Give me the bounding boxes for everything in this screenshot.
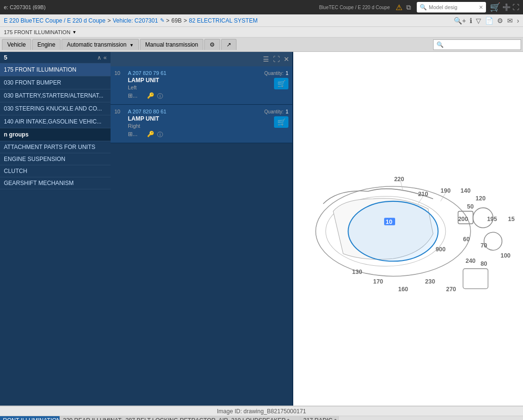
sidebar-group-gearshift[interactable]: GEARSHIFT MECHANISM <box>0 177 111 189</box>
tab-vehicle[interactable]: Vehicle <box>2 39 31 50</box>
breadcrumb-edit-icon[interactable]: ✎ <box>160 17 164 24</box>
key-icon-1[interactable]: 🔑 <box>147 92 154 100</box>
parts-search-input[interactable] <box>114 56 258 62</box>
svg-text:100: 100 <box>500 252 511 259</box>
parts-list-view-btn[interactable]: ☰ <box>262 54 270 64</box>
svg-text:10: 10 <box>386 219 392 225</box>
parts-content: 10 A 207 820 79 61 LAMP UNIT Left ⊞... 🔑… <box>111 66 292 406</box>
thumbnail-3[interactable]: 287 BELT LOCKING RETRACTOR, AIRBAG AND S… <box>123 416 228 420</box>
svg-text:80: 80 <box>481 260 487 267</box>
part-pos-2: 10 <box>114 109 124 114</box>
part-code-2: A 207 820 80 61 <box>128 109 261 114</box>
thumbnail-2[interactable]: 220 REAR ILLUMINATION ✎ <box>60 416 123 420</box>
grid-icon-1[interactable]: ⊞... <box>128 92 137 100</box>
warning-icon[interactable]: ⚠ <box>396 3 402 12</box>
breadcrumb-toolbar: 🔍+ ℹ ▽ 📄 ⚙ ✉ › <box>454 17 519 25</box>
breadcrumb-link-1[interactable]: E 220 BlueTEC Coupe / E 220 d Coupe <box>4 17 105 24</box>
sidebar-group-engine-suspension[interactable]: ENGINE SUSPENSION <box>0 153 111 165</box>
sidebar-header-icons: ∧ « <box>97 54 107 61</box>
search-icon: 🔍 <box>420 4 427 11</box>
parts-expand-btn[interactable]: ⛶ <box>272 54 281 64</box>
thumbnail-1[interactable]: RONT ILLUMINATION ✎ <box>0 416 60 420</box>
parts-close-btn[interactable]: ✕ <box>283 54 290 64</box>
sidebar-item-front-illumination[interactable]: 175 FRONT ILLUMINATION <box>0 63 111 76</box>
cart-icon[interactable]: 🛒 <box>490 2 500 12</box>
add-to-cart-btn-1[interactable]: 🛒 <box>274 78 288 89</box>
svg-text:130: 130 <box>352 269 362 275</box>
model-search-input[interactable] <box>429 4 477 10</box>
main-container: 5 ∧ « 175 FRONT ILLUMINATION 030 FRONT B… <box>0 52 523 406</box>
settings-icon[interactable]: ⚙ <box>497 17 503 25</box>
tab-automatic-transmission[interactable]: Automatic transmission ▼ <box>62 39 139 50</box>
breadcrumb-link-4[interactable]: 82 ELECTRICAL SYSTEM <box>189 17 258 24</box>
part-item-2[interactable]: 10 A 207 820 80 61 LAMP UNIT Right ⊞... … <box>111 105 292 143</box>
add-to-cart-btn-2[interactable]: 🛒 <box>274 116 288 128</box>
sidebar-collapse-icon[interactable]: ∧ <box>97 54 101 61</box>
grid-icon-2[interactable]: ⊞... <box>128 131 137 139</box>
part-pos-1: 10 <box>114 70 124 76</box>
svg-text:195: 195 <box>487 216 497 222</box>
parts-list: ☰ ⛶ ✕ 10 A 207 820 79 61 LAMP UNIT Left … <box>111 52 293 406</box>
sidebar-item-steering[interactable]: 030 STEERING KNUCKLE AND CO... <box>0 102 111 115</box>
breadcrumb: E 220 BlueTEC Coupe / E 220 d Coupe > Ve… <box>4 17 258 24</box>
tab-search[interactable]: 🔍 <box>433 39 521 50</box>
part-item-1[interactable]: 10 A 207 820 79 61 LAMP UNIT Left ⊞... 🔑… <box>111 66 292 105</box>
document-icon[interactable]: 📄 <box>485 17 493 25</box>
header-search[interactable]: 🔍 ✕ <box>417 2 486 12</box>
zoom-in-icon[interactable]: 🔍+ <box>454 17 466 25</box>
svg-text:230: 230 <box>425 278 435 285</box>
image-id-value: drawing_B82175000171 <box>244 408 306 415</box>
sidebar-group-clutch[interactable]: CLUTCH <box>0 165 111 177</box>
part-details-1: A 207 820 79 61 LAMP UNIT Left ⊞... 🔑 ⓘ <box>128 70 261 100</box>
image-id-label: Image ID: <box>217 408 243 415</box>
svg-text:210: 210 <box>418 191 428 198</box>
part-details-2: A 207 820 80 61 LAMP UNIT Right ⊞... 🔑 ⓘ <box>128 109 261 139</box>
svg-text:170: 170 <box>373 278 383 285</box>
section-dropdown-icon[interactable]: ▼ <box>72 30 76 35</box>
part-icons-row-1: ⊞... 🔑 ⓘ <box>128 92 261 100</box>
sidebar-item-air-intake[interactable]: 140 AIR INTAKE,GASOLINE VEHIC... <box>0 115 111 128</box>
sidebar-number: 5 <box>4 54 7 61</box>
image-id-bar: Image ID: drawing_B82175000171 <box>0 407 523 416</box>
svg-text:190: 190 <box>441 187 451 194</box>
thumbnail-label-5: 317 RADIC ✎ <box>300 416 338 420</box>
svg-text:70: 70 <box>481 242 487 249</box>
breadcrumb-item-3: 69B <box>172 17 182 24</box>
thumbnail-edit-icon-5[interactable]: ✎ <box>334 418 338 420</box>
tab-settings[interactable]: ⚙ <box>204 39 220 50</box>
breadcrumb-bar: E 220 BlueTEC Coupe / E 220 d Coupe > Ve… <box>0 14 523 27</box>
info-icon[interactable]: ℹ <box>470 17 472 25</box>
mail-icon[interactable]: ✉ <box>507 17 513 25</box>
tab-engine[interactable]: Engine <box>32 39 61 50</box>
info-circle-icon-1[interactable]: ⓘ <box>157 92 163 100</box>
thumbnail-5[interactable]: 317 RADIC ✎ <box>300 416 339 420</box>
search-clear-icon[interactable]: ✕ <box>479 4 483 11</box>
svg-text:270: 270 <box>446 286 456 293</box>
breadcrumb-link-2[interactable]: Vehicle: C207301 <box>113 17 158 24</box>
svg-point-7 <box>348 201 438 261</box>
part-desc-2: Right <box>128 123 261 129</box>
thumbnail-edit-icon-4[interactable]: ✎ <box>287 418 291 420</box>
thumbnail-4[interactable]: 310 LOUDSPEAKER ✎ <box>228 416 300 420</box>
thumbnail-label-1: RONT ILLUMINATION ✎ <box>0 416 60 420</box>
filter-icon[interactable]: ▽ <box>476 17 481 25</box>
sidebar-group-attachment[interactable]: ATTACHMENT PARTS FOR UNITS <box>0 141 111 153</box>
more-icon[interactable]: › <box>517 17 519 25</box>
sidebar-header: 5 ∧ « <box>0 52 111 63</box>
tab-manual-transmission[interactable]: Manual transmission <box>140 39 203 50</box>
current-section: 175 FRONT ILLUMINATION <box>4 29 70 35</box>
cart-add-icon[interactable]: ➕ <box>502 3 511 11</box>
key-icon-2[interactable]: 🔑 <box>147 131 154 139</box>
tab-search-input[interactable] <box>446 42 518 48</box>
svg-text:15: 15 <box>508 216 515 222</box>
sidebar-item-battery[interactable]: 030 BATTERY,STARTER/ALTERNAT... <box>0 89 111 102</box>
expand-icon[interactable]: ⛶ <box>512 3 519 11</box>
copy-icon[interactable]: ⧉ <box>406 3 411 12</box>
sidebar-expand-icon[interactable]: « <box>103 54 107 61</box>
info-circle-icon-2[interactable]: ⓘ <box>157 131 163 139</box>
sidebar-item-front-bumper[interactable]: 030 FRONT BUMPER <box>0 76 111 89</box>
part-name-1: LAMP UNIT <box>128 77 261 84</box>
svg-text:220: 220 <box>394 176 404 183</box>
tab-expand[interactable]: ↗ <box>221 39 237 50</box>
header-subtitle: BlueTEC Coupe / E 220 d Coupe <box>319 5 390 10</box>
